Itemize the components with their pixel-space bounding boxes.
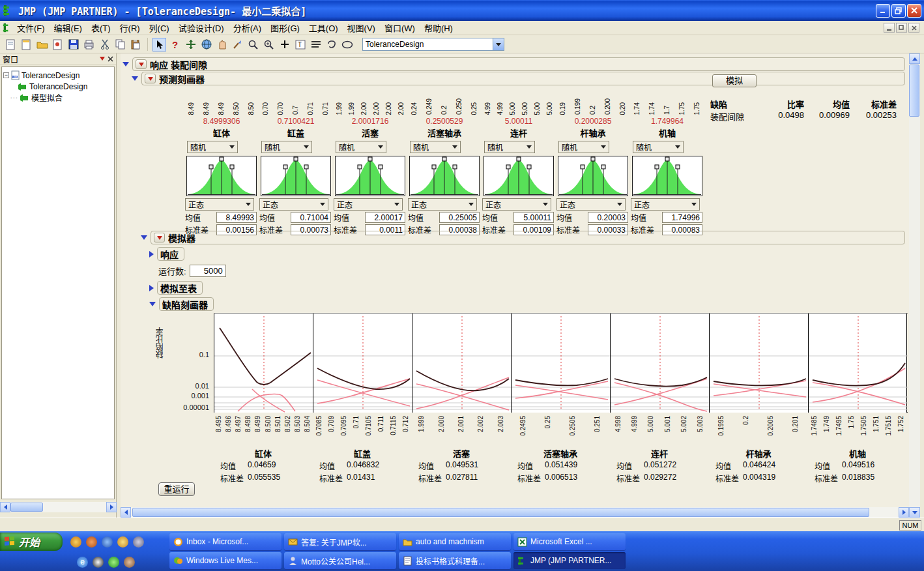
responses-header[interactable]: 响应 <box>157 247 184 261</box>
disclosure-right-icon[interactable] <box>149 251 154 257</box>
new-data-table-icon[interactable] <box>20 38 33 51</box>
menu-doe[interactable]: 试验设计(D) <box>174 20 229 35</box>
run-script-icon[interactable] <box>51 38 65 51</box>
quick-launch-icon[interactable] <box>117 536 128 548</box>
distribution-plot[interactable] <box>186 156 257 196</box>
restore-button[interactable] <box>891 4 906 18</box>
random-dropdown[interactable]: 随机 <box>410 141 461 153</box>
mean-input[interactable]: 0.20003 <box>588 212 628 223</box>
tree-item-root[interactable]: − JMP ToleranceDesign <box>3 70 113 81</box>
scroll-left-icon[interactable] <box>121 507 131 518</box>
panel-close-icon[interactable] <box>108 56 113 62</box>
distribution-plot[interactable] <box>409 156 480 196</box>
rerun-button[interactable]: 重运行 <box>158 482 195 496</box>
menu-tables[interactable]: 表(T) <box>87 20 115 35</box>
brush-icon[interactable] <box>231 38 244 51</box>
menu-cols[interactable]: 列(C) <box>145 20 174 35</box>
mean-input[interactable]: 0.25005 <box>439 212 480 223</box>
quick-launch-icon[interactable] <box>70 536 81 548</box>
distribution-plot[interactable] <box>261 156 331 196</box>
random-dropdown[interactable]: 随机 <box>261 141 312 153</box>
lasso-icon[interactable] <box>325 38 338 51</box>
mean-input[interactable]: 5.00011 <box>513 212 554 223</box>
magnifier-icon[interactable] <box>246 38 260 51</box>
defect-panel-4[interactable] <box>511 314 610 413</box>
red-triangle-menu-icon[interactable] <box>145 74 156 83</box>
menu-analyze[interactable]: 分析(A) <box>229 20 266 35</box>
random-dropdown[interactable]: 随机 <box>187 141 238 153</box>
disclosure-right-icon[interactable] <box>149 285 154 291</box>
red-triangle-menu-icon[interactable] <box>136 59 147 69</box>
scroll-left-icon[interactable] <box>0 502 10 512</box>
mean-input[interactable]: 2.00017 <box>365 212 405 223</box>
task-button-doc[interactable]: 投标书格式科理备... <box>399 552 511 569</box>
task-button-jmp[interactable]: JMP (JMP PARTNER... <box>513 552 626 569</box>
scroll-thumb[interactable] <box>132 508 869 517</box>
task-button-folder[interactable]: auto and machnism <box>399 533 511 550</box>
task-button-messenger[interactable]: Windows Live Mes... <box>169 552 282 569</box>
distribution-plot[interactable] <box>632 156 702 196</box>
disclosure-down-icon[interactable] <box>141 235 147 240</box>
random-dropdown[interactable]: 随机 <box>336 141 386 153</box>
mdi-close-button[interactable] <box>908 23 919 33</box>
save-icon[interactable] <box>66 38 80 51</box>
horizontal-scrollbar[interactable] <box>121 507 909 518</box>
chevron-down-icon[interactable] <box>493 38 504 50</box>
distribution-plot[interactable] <box>558 156 628 196</box>
move-tool-icon[interactable] <box>184 38 197 51</box>
menu-rows[interactable]: 行(R) <box>115 20 145 35</box>
distribution-type-dropdown[interactable]: 正态 <box>334 198 403 211</box>
menu-tools[interactable]: 工具(O) <box>304 20 343 35</box>
scroll-up-icon[interactable] <box>909 53 920 64</box>
task-button-reply[interactable]: 答复: 关于JMP软... <box>284 533 396 550</box>
new-document-icon[interactable] <box>4 38 18 51</box>
mean-input[interactable]: 1.74996 <box>662 212 702 223</box>
distribution-type-dropdown[interactable]: 正态 <box>408 198 477 211</box>
scroll-thumb[interactable] <box>10 503 43 512</box>
crosshair-plus-icon[interactable] <box>278 38 291 51</box>
distribution-type-dropdown[interactable]: 正态 <box>556 198 626 211</box>
task-button-inbox[interactable]: Inbox - Microsof... <box>169 533 282 550</box>
task-button-motto[interactable]: Motto公关公司Hel... <box>284 552 396 569</box>
defect-panel-7[interactable] <box>808 314 907 413</box>
runs-input[interactable]: 5000 <box>190 265 226 277</box>
distribution-plot[interactable] <box>335 156 405 196</box>
quick-launch-icon[interactable] <box>133 536 144 548</box>
menu-help[interactable]: 帮助(H) <box>420 20 457 35</box>
disclosure-down-icon[interactable] <box>123 62 129 66</box>
arrow-cursor-icon[interactable] <box>152 38 166 51</box>
defect-panel-1[interactable] <box>214 314 313 413</box>
zoom-tool-icon[interactable] <box>262 38 276 51</box>
distribution-type-dropdown[interactable]: 正态 <box>482 198 551 211</box>
disclosure-down-icon[interactable] <box>132 76 138 81</box>
scroll-thumb[interactable] <box>909 65 919 117</box>
random-dropdown[interactable]: 随机 <box>484 141 535 153</box>
msn-icon[interactable] <box>108 557 119 568</box>
quick-launch-icon[interactable] <box>86 536 97 548</box>
defect-panel-5[interactable] <box>610 314 709 413</box>
tree-item-model-fit[interactable]: ⋯ 模型拟合 <box>3 92 113 103</box>
disclosure-down-icon[interactable] <box>149 302 156 306</box>
start-button[interactable]: 开始 <box>0 533 63 551</box>
quick-launch-icon[interactable] <box>102 536 113 548</box>
axis-tool-icon[interactable] <box>309 38 323 51</box>
menu-edit[interactable]: 编辑(E) <box>50 20 87 35</box>
distribution-plot[interactable] <box>484 156 554 196</box>
qq-icon[interactable] <box>93 557 104 568</box>
simulate-button[interactable]: 模拟 <box>712 74 757 87</box>
scroll-track[interactable] <box>131 507 899 518</box>
copy-icon[interactable] <box>113 38 127 51</box>
grabber-hand-icon[interactable] <box>215 38 229 51</box>
distribution-type-dropdown[interactable]: 正态 <box>631 198 700 211</box>
mdi-minimize-button[interactable] <box>884 23 895 33</box>
sidebar-hscrollbar[interactable] <box>0 502 117 512</box>
random-dropdown[interactable]: 随机 <box>558 141 609 153</box>
close-button[interactable] <box>907 4 921 18</box>
tree-item-report[interactable]: ToleranceDesign <box>3 81 113 92</box>
defect-panel-6[interactable] <box>709 314 808 413</box>
cut-icon[interactable] <box>98 38 111 51</box>
scroll-track[interactable] <box>10 502 106 512</box>
red-triangle-menu-icon[interactable] <box>154 233 165 242</box>
scroll-right-icon[interactable] <box>899 507 909 518</box>
menu-file[interactable]: 文件(F) <box>12 20 50 35</box>
